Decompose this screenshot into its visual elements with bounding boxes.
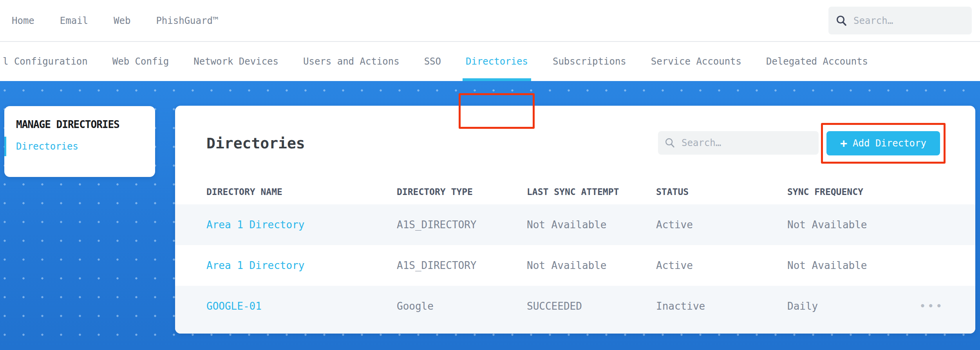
directory-name-link[interactable]: Area 1 Directory [206,260,304,271]
settings-tab-bar: l Configuration Web Config Network Devic… [0,42,980,81]
status-cell: Inactive [656,286,705,327]
last-sync-cell: Not Available [527,204,607,245]
add-directory-label: Add Directory [853,138,926,149]
page-title: Directories [206,135,305,152]
search-icon [835,15,847,27]
tab-web-config[interactable]: Web Config [112,42,169,81]
nav-item-phishguard[interactable]: PhishGuard™ [156,15,218,26]
nav-item-email[interactable]: Email [60,15,88,26]
top-navigation-bar: Home Email Web PhishGuard™ [0,0,980,42]
column-header-directory-name: DIRECTORY NAME [206,184,282,200]
global-search-box[interactable] [828,7,972,34]
plus-icon: + [840,137,847,149]
sync-frequency-cell: Daily [787,286,818,327]
active-tab-underline [463,78,531,81]
sync-frequency-cell: Not Available [787,204,867,245]
tab-network-devices[interactable]: Network Devices [193,42,278,81]
directory-type-cell: Google [397,286,434,327]
column-header-directory-type: DIRECTORY TYPE [397,184,473,200]
directories-card: Directories + Add Directory DIRECTORY NA… [175,106,975,334]
tab-directories[interactable]: Directories [466,42,528,81]
directory-type-cell: A1S_DIRECTORY [397,204,477,245]
sidebar-item-directories-label[interactable]: Directories [16,141,78,152]
tab-directories-label: Directories [466,56,528,67]
active-item-bar [4,137,6,156]
row-actions-ellipsis-icon[interactable]: ••• [919,286,944,327]
tab-delegated-accounts[interactable]: Delegated Accounts [766,42,868,81]
tab-email-configuration[interactable]: l Configuration [3,42,88,81]
content-area: MANAGE DIRECTORIES Directories Directori… [0,81,980,350]
manage-directories-card: MANAGE DIRECTORIES Directories [4,106,155,177]
directory-name-link[interactable]: GOOGLE-01 [206,300,262,312]
directories-table: DIRECTORY NAME DIRECTORY TYPE LAST SYNC … [175,184,975,334]
add-directory-button[interactable]: + Add Directory [826,131,940,155]
status-cell: Active [656,204,693,245]
phishguard-settings-page: Home Email Web PhishGuard™ l Configurati… [0,0,980,350]
table-row: Area 1 Directory A1S_DIRECTORY Not Avail… [175,204,975,245]
global-search-input[interactable] [853,15,965,26]
directories-search-input[interactable] [682,137,812,148]
tab-list: l Configuration Web Config Network Devic… [3,42,868,81]
tab-subscriptions[interactable]: Subscriptions [553,42,626,81]
column-header-sync-frequency: SYNC FREQUENCY [787,184,863,200]
sidebar-item-directories[interactable]: Directories [4,137,155,156]
tab-service-accounts[interactable]: Service Accounts [651,42,741,81]
search-icon [664,137,675,148]
column-header-last-sync-attempt: LAST SYNC ATTEMPT [527,184,619,200]
column-header-status: STATUS [656,184,689,200]
tab-users-and-actions[interactable]: Users and Actions [303,42,400,81]
last-sync-cell: SUCCEEDED [527,286,582,327]
last-sync-cell: Not Available [527,245,607,286]
sidebar-title: MANAGE DIRECTORIES [16,119,119,130]
primary-nav: Home Email Web PhishGuard™ [12,0,218,41]
table-row: Area 1 Directory A1S_DIRECTORY Not Avail… [175,245,975,286]
nav-item-web[interactable]: Web [114,15,130,26]
table-header-row: DIRECTORY NAME DIRECTORY TYPE LAST SYNC … [175,184,975,204]
directory-type-cell: A1S_DIRECTORY [397,245,477,286]
sync-frequency-cell: Not Available [787,245,867,286]
status-cell: Active [656,245,693,286]
table-row: GOOGLE-01 Google SUCCEEDED Inactive Dail… [175,286,975,334]
tab-sso[interactable]: SSO [424,42,441,81]
directories-search-box[interactable] [658,131,819,155]
nav-item-home[interactable]: Home [12,15,34,26]
directory-name-link[interactable]: Area 1 Directory [206,219,304,231]
